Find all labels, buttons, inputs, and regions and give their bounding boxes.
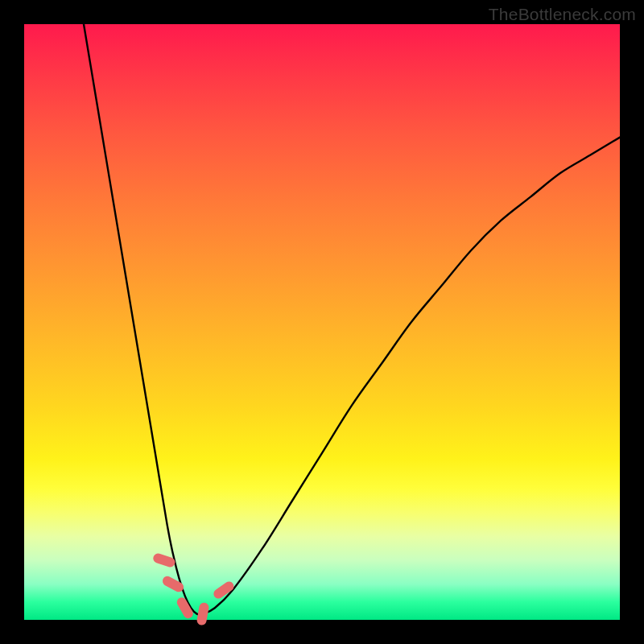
watermark-text: TheBottleneck.com xyxy=(489,5,636,24)
bottleneck-curve xyxy=(84,24,620,615)
curve-marker xyxy=(196,602,210,626)
curve-markers xyxy=(152,552,236,625)
chart-svg xyxy=(24,24,620,620)
chart-plot-area xyxy=(24,24,620,620)
curve-marker xyxy=(161,575,185,594)
